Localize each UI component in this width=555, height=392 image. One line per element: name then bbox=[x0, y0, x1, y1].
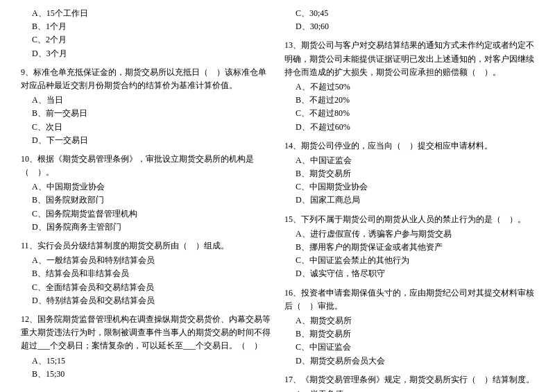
question-13: 13、期货公司与客户对交易结算结果的通知方式未作约定或者约定不明确，期货公司未能… bbox=[284, 39, 534, 133]
q13-option-b: B、不超过20% bbox=[284, 94, 534, 107]
q12-option-c: C、30;45 bbox=[284, 7, 534, 20]
q15-option-c: C、中国证监会禁止的其他行为 bbox=[284, 254, 534, 267]
prev-question-options: A、15个工作日 B、1个月 C、2个月 D、3个月 bbox=[21, 7, 271, 60]
option-c: C、2个月 bbox=[21, 33, 271, 46]
q15-option-d: D、诚实守信，恪尽职守 bbox=[284, 267, 534, 280]
question-9-text: 9、标准仓单充抵保证金的，期货交易所以充抵日（ ）该标准仓单对应品种最近交割月份… bbox=[21, 66, 271, 92]
question-12: 12、国务院期货监督管理机构在调查操纵期货交易货价、内幕交易等重大期货违法行为时… bbox=[21, 313, 271, 381]
question-10-text: 10、根据《期货交易管理条例》，审批设立期货交易所的机构是（ ）。 bbox=[21, 153, 271, 179]
question-15: 15、下列不属于期货公司的期货从业人员的禁止行为的是（ ）。 A、进行虚假宣传，… bbox=[284, 213, 534, 281]
main-columns: A、15个工作日 B、1个月 C、2个月 D、3个月 9、标准仓单充抵保证金的，… bbox=[21, 7, 534, 392]
option-d: D、3个月 bbox=[21, 47, 271, 60]
q14-option-a: A、中国证监会 bbox=[284, 154, 534, 167]
q16-option-d: D、期货交易所会员大会 bbox=[284, 355, 534, 368]
q9-option-d: D、下一交易日 bbox=[21, 134, 271, 147]
question-12-text: 12、国务院期货监督管理机构在调查操纵期货交易货价、内幕交易等重大期货违法行为时… bbox=[21, 313, 271, 353]
q17-option-a: A、半无负债 bbox=[284, 388, 534, 392]
q16-option-a: A、期货交易所 bbox=[284, 314, 534, 327]
q15-option-a: A、进行虚假宣传，诱骗客户参与期货交易 bbox=[284, 228, 534, 241]
q9-option-b: B、前一交易日 bbox=[21, 107, 271, 120]
q16-option-b: B、期货交易所 bbox=[284, 327, 534, 341]
q10-option-a: A、中国期货业协会 bbox=[21, 180, 271, 194]
q13-option-c: C、不超过80% bbox=[284, 107, 534, 120]
q11-option-c: C、全面结算会员和交易结算会员 bbox=[21, 281, 271, 294]
question-17: 17、《期货交易管理条例》规定，期货交易所实行（ ）结算制度。 A、半无负债 bbox=[284, 373, 534, 392]
q9-option-a: A、当日 bbox=[21, 94, 271, 107]
q16-option-c: C、中国证监会 bbox=[284, 341, 534, 354]
right-column: C、30;45 D、30;60 13、期货公司与客户对交易结算结果的通知方式未作… bbox=[284, 7, 534, 392]
question-14: 14、期货公司停业的，应当向（ ）提交相应申请材料。 A、中国证监会 B、期货交… bbox=[284, 139, 534, 207]
q12-option-b: B、15;30 bbox=[21, 368, 271, 381]
q14-option-d: D、国家工商总局 bbox=[284, 194, 534, 207]
question-10: 10、根据《期货交易管理条例》，审批设立期货交易所的机构是（ ）。 A、中国期货… bbox=[21, 153, 271, 234]
q13-option-a: A、不超过50% bbox=[284, 80, 534, 94]
q14-option-b: B、期货交易所 bbox=[284, 167, 534, 180]
q15-option-b: B、挪用客户的期货保证金或者其他资产 bbox=[284, 241, 534, 254]
question-11-text: 11、实行会员分级结算制度的期货交易所由（ ）组成。 bbox=[21, 239, 271, 253]
q12-option-a: A、15;15 bbox=[21, 355, 271, 368]
question-14-text: 14、期货公司停业的，应当向（ ）提交相应申请材料。 bbox=[284, 139, 534, 153]
question-16-text: 16、投资者申请套期保值头寸的，应由期货纪公司对其提交材料审核后（ ）审批。 bbox=[284, 287, 534, 313]
q10-option-c: C、国务院期货监督管理机构 bbox=[21, 207, 271, 221]
q11-option-b: B、结算会员和非结算会员 bbox=[21, 267, 271, 280]
question-16: 16、投资者申请套期保值头寸的，应由期货纪公司对其提交材料审核后（ ）审批。 A… bbox=[284, 287, 534, 368]
option-a: A、15个工作日 bbox=[21, 7, 271, 20]
option-b: B、1个月 bbox=[21, 20, 271, 33]
q13-option-d: D、不超过60% bbox=[284, 121, 534, 134]
q11-option-d: D、特别结算会员和交易结算会员 bbox=[21, 294, 271, 307]
question-15-text: 15、下列不属于期货公司的期货从业人员的禁止行为的是（ ）。 bbox=[284, 213, 534, 226]
q10-option-d: D、国务院商务主管部门 bbox=[21, 221, 271, 234]
question-13-text: 13、期货公司与客户对交易结算结果的通知方式未作约定或者约定不明确，期货公司未能… bbox=[284, 39, 534, 79]
q11-option-a: A、一般结算会员和特别结算会员 bbox=[21, 254, 271, 267]
left-column: A、15个工作日 B、1个月 C、2个月 D、3个月 9、标准仓单充抵保证金的，… bbox=[21, 7, 271, 392]
q12-cd-options: C、30;45 D、30;60 bbox=[284, 7, 534, 33]
q12-option-d: D、30;60 bbox=[284, 20, 534, 33]
page-content: A、15个工作日 B、1个月 C、2个月 D、3个月 9、标准仓单充抵保证金的，… bbox=[21, 7, 534, 392]
question-9: 9、标准仓单充抵保证金的，期货交易所以充抵日（ ）该标准仓单对应品种最近交割月份… bbox=[21, 66, 271, 147]
question-17-text: 17、《期货交易管理条例》规定，期货交易所实行（ ）结算制度。 bbox=[284, 373, 534, 386]
q10-option-b: B、国务院财政部门 bbox=[21, 194, 271, 207]
q9-option-c: C、次日 bbox=[21, 121, 271, 134]
q14-option-c: C、中国期货业协会 bbox=[284, 180, 534, 194]
question-11: 11、实行会员分级结算制度的期货交易所由（ ）组成。 A、一般结算会员和特别结算… bbox=[21, 239, 271, 307]
